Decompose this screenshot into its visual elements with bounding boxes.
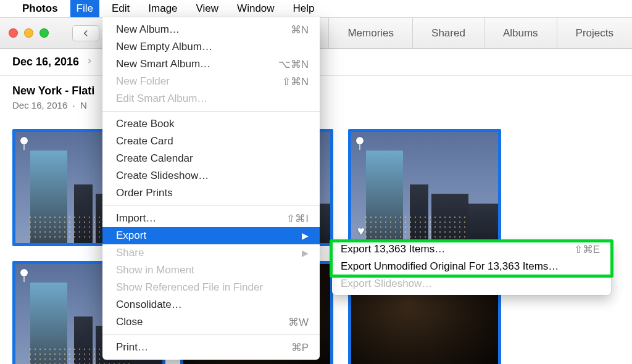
menu-image[interactable]: Image [142,0,183,17]
menu-item-label: Edit Smart Album… [116,93,207,105]
chevron-left-icon [81,29,90,38]
menu-help[interactable]: Help [287,0,321,17]
system-menubar: Photos File Edit Image View Window Help [0,0,632,17]
menu-item-new-folder: New Folder⇧⌘N [102,73,320,90]
menu-item-label: Create Book [116,118,175,130]
keyboard-shortcut: ⌘P [291,341,309,354]
menu-item-new-empty-album[interactable]: New Empty Album… [102,38,320,56]
album-subtitle-extra: N [80,100,87,110]
menu-item-label: New Smart Album… [116,58,210,70]
keyboard-shortcut: ⇧⌘E [574,243,600,256]
menu-item-label: Export [116,230,146,242]
menu-item-print[interactable]: Print…⌘P [102,339,320,356]
submenu-item-label: Export Slideshow… [341,278,432,290]
minimize-window-button[interactable] [24,28,33,38]
menu-item-label: New Album… [116,23,180,36]
tab-albums[interactable]: Albums [484,18,557,48]
menu-item-label: Import… [116,212,156,225]
menu-item-create-book[interactable]: Create Book [102,115,320,133]
keyboard-shortcut: ⌘W [288,316,309,329]
menu-edit[interactable]: Edit [106,0,136,17]
menu-item-label: Show in Moment [116,264,194,276]
menu-file[interactable]: File [70,0,99,17]
menu-item-share: Share▶ [102,244,320,262]
menu-item-label: Create Card [116,135,173,147]
export-submenu[interactable]: Export 13,363 Items…⇧⌘EExport Unmodified… [332,241,611,295]
menu-item-new-smart-album[interactable]: New Smart Album…⌥⌘N [102,56,320,73]
menu-item-label: Print… [116,341,148,354]
album-subtitle-sep: · [73,100,75,110]
menu-item-label: Consolidate… [116,299,182,311]
menu-item-create-card[interactable]: Create Card [102,133,320,150]
traffic-lights [9,28,49,38]
menu-item-label: Order Prints [116,187,173,199]
keyboard-shortcut: ⇧⌘N [282,75,309,88]
menu-item-label: New Folder [116,75,170,88]
view-tabs: Memories Shared Albums Projects [328,18,632,48]
favorite-heart-icon: ♥ [357,224,365,238]
menu-item-create-calendar[interactable]: Create Calendar [102,150,320,167]
submenu-arrow-icon: ▶ [302,248,309,258]
menu-item-label: Close [116,316,143,328]
menu-item-new-album[interactable]: New Album…⌘N [102,21,320,38]
menu-item-close[interactable]: Close⌘W [102,313,320,331]
menu-item-consolidate[interactable]: Consolidate… [102,296,320,313]
menu-item-edit-smart-album: Edit Smart Album… [102,90,320,107]
breadcrumb-date[interactable]: Dec 16, 2016 [12,56,79,68]
tab-memories[interactable]: Memories [328,18,412,48]
menu-item-export[interactable]: Export▶ [102,227,320,244]
file-menu-dropdown[interactable]: New Album…⌘NNew Empty Album…New Smart Al… [102,17,320,360]
menu-item-create-slideshow[interactable]: Create Slideshow… [102,167,320,184]
back-button[interactable] [72,25,99,41]
menu-item-label: Show Referenced File in Finder [116,281,263,294]
submenu-item-export-slideshow: Export Slideshow… [332,275,611,292]
menu-item-order-prints[interactable]: Order Prints [102,184,320,202]
menu-item-label: Share [116,247,144,259]
submenu-arrow-icon: ▶ [302,231,309,241]
app-name[interactable]: Photos [22,2,58,15]
album-subtitle-date: Dec 16, 2016 [12,100,67,110]
submenu-item-label: Export 13,363 Items… [341,243,445,255]
location-pin-icon [20,137,28,144]
photo-thumbnail[interactable]: ♥ [348,129,501,246]
menu-item-label: Create Slideshow… [116,170,209,182]
menu-separator [102,205,320,206]
menu-window[interactable]: Window [231,0,280,17]
menu-separator [102,334,320,335]
menu-item-label: New Empty Album… [116,41,212,53]
menu-separator [102,111,320,112]
keyboard-shortcut: ⌥⌘N [278,58,309,71]
zoom-window-button[interactable] [40,28,49,38]
tab-projects[interactable]: Projects [557,18,632,48]
close-window-button[interactable] [9,28,18,38]
submenu-item-label: Export Unmodified Original For 13,363 It… [341,260,559,273]
chevron-right-icon [86,57,93,68]
tab-shared[interactable]: Shared [412,18,484,48]
menu-item-show-referenced-file-in-finder: Show Referenced File in Finder [102,279,320,296]
submenu-item-export-unmodified-original-for-13-363-items[interactable]: Export Unmodified Original For 13,363 It… [332,258,611,275]
keyboard-shortcut: ⌘N [291,23,309,36]
keyboard-shortcut: ⇧⌘I [286,212,309,225]
menu-item-show-in-moment: Show in Moment [102,262,320,279]
submenu-item-export-13-363-items[interactable]: Export 13,363 Items…⇧⌘E [332,241,611,258]
menu-item-import[interactable]: Import…⇧⌘I [102,210,320,227]
location-pin-icon [356,137,364,144]
menu-item-label: Create Calendar [116,152,193,165]
menu-view[interactable]: View [190,0,225,17]
location-pin-icon [20,269,28,276]
